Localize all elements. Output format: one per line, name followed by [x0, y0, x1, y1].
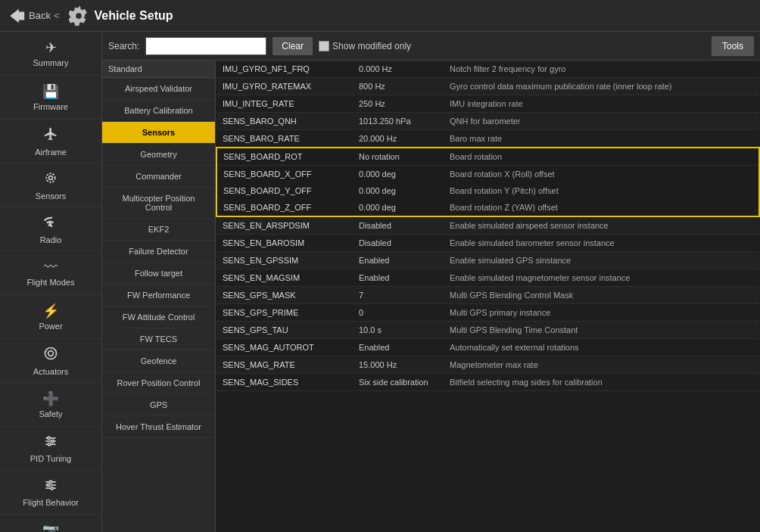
- panels: Standard Airspeed Validator Battery Cali…: [102, 61, 760, 532]
- summary-icon: ✈: [45, 39, 57, 56]
- sidebar-item-radio[interactable]: Radio: [0, 207, 101, 251]
- param-value[interactable]: Disabled: [353, 216, 444, 235]
- sub-item-ekf2[interactable]: EKF2: [102, 219, 215, 241]
- sidebar-label-power: Power: [39, 322, 62, 331]
- sub-item-fw-attitude[interactable]: FW Attitude Control: [102, 306, 215, 328]
- svg-marker-0: [11, 10, 18, 21]
- table-row[interactable]: SENS_GPS_MASK7Multi GPS Blending Control…: [216, 287, 759, 304]
- tools-button[interactable]: Tools: [712, 36, 754, 56]
- sub-item-failure-detector[interactable]: Failure Detector: [102, 241, 215, 263]
- param-value[interactable]: Enabled: [353, 252, 444, 269]
- sidebar-item-firmware[interactable]: 💾 Firmware: [0, 76, 101, 120]
- param-value[interactable]: 10.0 s: [353, 322, 444, 339]
- show-modified-container[interactable]: Show modified only: [319, 41, 411, 51]
- param-name: SENS_MAG_RATE: [216, 356, 353, 374]
- param-desc: Gyro control data maximum publication ra…: [444, 78, 759, 95]
- param-desc: Enable simulated magnetometer sensor ins…: [444, 269, 759, 287]
- sidebar-label-actuators: Actuators: [33, 367, 68, 376]
- sidebar-item-power[interactable]: ⚡ Power: [0, 295, 101, 339]
- sub-item-gps[interactable]: GPS: [102, 394, 215, 416]
- radio-icon: [43, 214, 58, 233]
- sub-item-battery-calibration[interactable]: Battery Calibration: [102, 100, 215, 122]
- table-row[interactable]: SENS_MAG_AUTOROTEnabledAutomatically set…: [216, 339, 759, 356]
- param-value[interactable]: 0: [353, 304, 444, 322]
- table-row[interactable]: SENS_BARO_QNH1013.250 hPaQNH for baromet…: [216, 113, 759, 130]
- param-value[interactable]: 20.000 Hz: [353, 130, 444, 148]
- sub-item-follow-target[interactable]: Follow target: [102, 263, 215, 285]
- table-row[interactable]: SENS_EN_ARSPDSIMDisabledEnable simulated…: [216, 216, 759, 235]
- table-row[interactable]: IMU_GYRO_NF1_FRQ0.000 HzNotch filter 2 f…: [216, 61, 759, 78]
- sub-item-multicopter-position[interactable]: Multicopter Position Control: [102, 188, 215, 219]
- back-button[interactable]: Back <: [9, 8, 63, 24]
- param-value[interactable]: 1013.250 hPa: [353, 113, 444, 130]
- show-modified-checkbox[interactable]: [319, 41, 329, 51]
- table-row[interactable]: SENS_BOARD_Z_OFF0.000 degBoard rotation …: [216, 199, 759, 216]
- table-row[interactable]: SENS_GPS_PRIME0Multi GPS primary instanc…: [216, 304, 759, 322]
- sub-item-hover-thrust[interactable]: Hover Thrust Estimator: [102, 416, 215, 438]
- left-panel: Standard Airspeed Validator Battery Cali…: [102, 61, 216, 532]
- sidebar-item-camera[interactable]: 📷 Camera: [0, 515, 101, 532]
- search-input[interactable]: [145, 37, 266, 55]
- param-desc: Notch filter 2 frequency for gyro: [444, 61, 759, 78]
- sidebar-item-sensors[interactable]: Sensors: [0, 163, 101, 207]
- sidebar-item-pid-tuning[interactable]: PID Tuning: [0, 427, 101, 471]
- sensors-icon: [43, 170, 58, 189]
- table-row[interactable]: SENS_BOARD_ROTNo rotationBoard rotation: [216, 148, 759, 166]
- left-panel-header: Standard: [102, 61, 215, 78]
- param-desc: Bitfield selecting mag sides for calibra…: [444, 374, 759, 391]
- sidebar-item-actuators[interactable]: Actuators: [0, 339, 101, 383]
- param-value[interactable]: 0.000 Hz: [353, 61, 444, 78]
- sub-item-geometry[interactable]: Geometry: [102, 144, 215, 166]
- svg-point-7: [48, 437, 50, 439]
- back-label: Back: [29, 10, 51, 21]
- table-row[interactable]: SENS_BOARD_Y_OFF0.000 degBoard rotation …: [216, 182, 759, 199]
- param-name: SENS_EN_ARSPDSIM: [216, 216, 353, 235]
- sub-item-geofence[interactable]: Geofence: [102, 350, 215, 372]
- sub-item-sensors[interactable]: Sensors: [102, 122, 215, 144]
- table-row[interactable]: IMU_GYRO_RATEMAX800 HzGyro control data …: [216, 78, 759, 95]
- table-row[interactable]: SENS_BOARD_X_OFF0.000 degBoard rotation …: [216, 166, 759, 183]
- param-name: IMU_INTEG_RATE: [216, 95, 353, 113]
- firmware-icon: 💾: [42, 83, 59, 100]
- sidebar-item-safety[interactable]: ➕ Safety: [0, 383, 101, 427]
- sidebar-item-flight-modes[interactable]: 〰 Flight Modes: [0, 251, 101, 295]
- param-desc: Enable simulated GPS sinstance: [444, 252, 759, 269]
- table-row[interactable]: SENS_MAG_RATE15.000 HzMagnetometer max r…: [216, 356, 759, 374]
- param-name: IMU_GYRO_RATEMAX: [216, 78, 353, 95]
- svg-point-2: [49, 176, 53, 179]
- table-row[interactable]: SENS_MAG_SIDESSix side calibrationBitfie…: [216, 374, 759, 391]
- param-value[interactable]: Six side calibration: [353, 374, 444, 391]
- param-value[interactable]: No rotation: [353, 148, 444, 166]
- param-name: SENS_GPS_PRIME: [216, 304, 353, 322]
- table-row[interactable]: SENS_GPS_TAU10.0 sMulti GPS Blending Tim…: [216, 322, 759, 339]
- sidebar-item-flight-behavior[interactable]: Flight Behavior: [0, 471, 101, 515]
- param-value[interactable]: 15.000 Hz: [353, 356, 444, 374]
- param-value[interactable]: 800 Hz: [353, 78, 444, 95]
- table-row[interactable]: SENS_EN_MAGSIMEnabledEnable simulated ma…: [216, 269, 759, 287]
- table-row[interactable]: IMU_INTEG_RATE250 HzIMU integration rate: [216, 95, 759, 113]
- param-value[interactable]: 7: [353, 287, 444, 304]
- sub-item-commander[interactable]: Commander: [102, 166, 215, 188]
- param-value[interactable]: 250 Hz: [353, 95, 444, 113]
- table-row[interactable]: SENS_BARO_RATE20.000 HzBaro max rate: [216, 130, 759, 148]
- sub-item-airspeed-validator[interactable]: Airspeed Validator: [102, 78, 215, 100]
- sub-item-fw-performance[interactable]: FW Performance: [102, 285, 215, 306]
- sidebar-item-airframe[interactable]: Airframe: [0, 120, 101, 163]
- param-value[interactable]: Enabled: [353, 339, 444, 356]
- clear-button[interactable]: Clear: [273, 37, 313, 55]
- sidebar-label-radio: Radio: [40, 235, 62, 244]
- param-value[interactable]: Disabled: [353, 235, 444, 252]
- sidebar-item-summary[interactable]: ✈ Summary: [0, 32, 101, 76]
- param-value[interactable]: 0.000 deg: [353, 199, 444, 216]
- sub-item-fw-tecs[interactable]: FW TECS: [102, 328, 215, 350]
- param-value[interactable]: 0.000 deg: [353, 182, 444, 199]
- param-value[interactable]: Enabled: [353, 269, 444, 287]
- sidebar-label-airframe: Airframe: [35, 148, 67, 157]
- table-row[interactable]: SENS_EN_GPSSIMEnabledEnable simulated GP…: [216, 252, 759, 269]
- svg-rect-1: [18, 12, 23, 19]
- param-desc: Board rotation: [444, 148, 759, 166]
- sub-item-rover-position[interactable]: Rover Position Control: [102, 372, 215, 394]
- pid-tuning-icon: [43, 434, 58, 452]
- param-value[interactable]: 0.000 deg: [353, 166, 444, 183]
- table-row[interactable]: SENS_EN_BAROSIMDisabledEnable simulated …: [216, 235, 759, 252]
